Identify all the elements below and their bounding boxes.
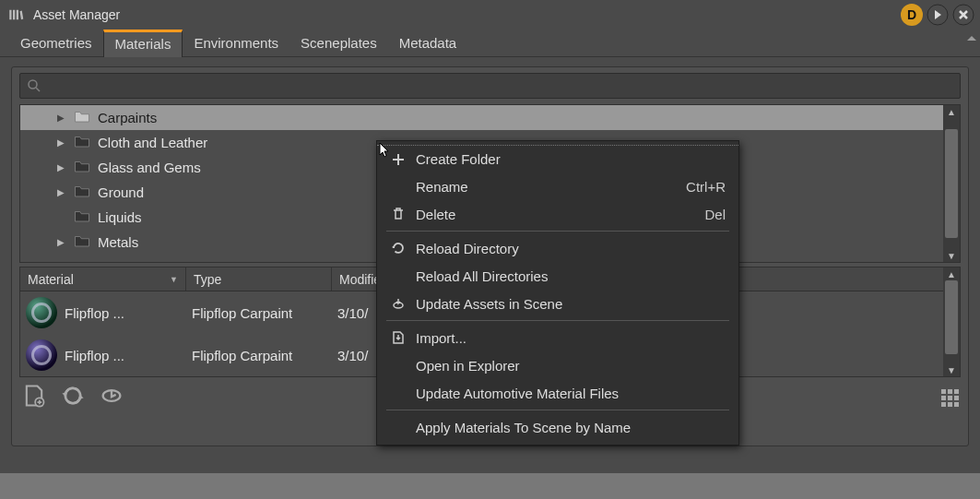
menu-apply-by-name[interactable]: Apply Materials To Scene by Name bbox=[377, 413, 738, 441]
material-name: Flipflop ... bbox=[65, 305, 124, 321]
material-thumbnail bbox=[26, 297, 57, 328]
context-menu: Create Folder Rename Ctrl+R Delete Del R… bbox=[376, 140, 739, 446]
user-badge[interactable]: D bbox=[901, 4, 923, 26]
window-title: Asset Manager bbox=[33, 7, 120, 22]
mouse-cursor-icon bbox=[379, 142, 392, 162]
svg-point-2 bbox=[29, 80, 37, 89]
tab-materials[interactable]: Materials bbox=[103, 30, 183, 57]
material-name: Flipflop ... bbox=[65, 348, 124, 363]
chevron-right-icon: ▶ bbox=[57, 162, 66, 172]
material-thumbnail bbox=[26, 339, 57, 371]
material-type: Flipflop Carpaint bbox=[186, 348, 332, 363]
import-icon bbox=[390, 330, 407, 345]
column-material[interactable]: Material▼ bbox=[20, 267, 186, 291]
menu-open-explorer[interactable]: Open in Explorer bbox=[377, 351, 738, 379]
menu-rename[interactable]: Rename Ctrl+R bbox=[377, 172, 738, 200]
refresh-button[interactable] bbox=[60, 383, 86, 412]
menu-update-automotive[interactable]: Update Automotive Material Files bbox=[377, 379, 738, 407]
asset-manager-window: Asset Manager D Geometries Materials Env… bbox=[0, 0, 980, 473]
folder-icon bbox=[74, 134, 90, 151]
tab-metadata[interactable]: Metadata bbox=[388, 30, 468, 56]
chevron-right-icon: ▶ bbox=[57, 137, 66, 148]
panel-collapse-arrow[interactable] bbox=[965, 33, 978, 42]
menu-reload-all[interactable]: Reload All Directories bbox=[377, 262, 738, 290]
tab-bar: Geometries Materials Environments Scenep… bbox=[0, 30, 980, 57]
folder-icon bbox=[74, 184, 90, 201]
scroll-thumb[interactable] bbox=[945, 129, 958, 238]
column-type[interactable]: Type bbox=[186, 267, 332, 291]
menu-separator bbox=[386, 320, 729, 321]
menu-delete[interactable]: Delete Del bbox=[377, 200, 738, 228]
search-input[interactable] bbox=[19, 73, 961, 99]
menu-create-folder[interactable]: Create Folder bbox=[377, 145, 738, 172]
tree-item-label: Ground bbox=[98, 184, 144, 200]
tab-environments[interactable]: Environments bbox=[183, 30, 289, 56]
tree-item-label: Carpaints bbox=[98, 110, 157, 125]
tab-geometries[interactable]: Geometries bbox=[9, 30, 103, 56]
update-icon bbox=[390, 296, 407, 311]
menu-separator bbox=[386, 410, 729, 410]
plus-icon bbox=[390, 152, 407, 167]
apply-button[interactable] bbox=[99, 383, 124, 412]
menu-accelerator: Ctrl+R bbox=[686, 179, 726, 195]
tree-item[interactable]: ▶ Carpaints bbox=[20, 105, 960, 130]
chevron-right-icon: ▶ bbox=[57, 237, 66, 247]
new-file-button[interactable] bbox=[21, 383, 47, 412]
sort-indicator-icon: ▼ bbox=[170, 275, 178, 284]
material-type: Flipflop Carpaint bbox=[186, 305, 332, 321]
menu-reload-directory[interactable]: Reload Directory bbox=[377, 234, 738, 262]
tree-item-label: Metals bbox=[98, 234, 138, 250]
forward-button[interactable] bbox=[927, 4, 949, 26]
reload-icon bbox=[390, 241, 407, 255]
scroll-down-icon[interactable]: ▼ bbox=[943, 249, 960, 262]
chevron-right-icon: ▶ bbox=[57, 113, 66, 123]
chevron-right-icon: ▶ bbox=[57, 187, 66, 197]
tree-scrollbar[interactable]: ▲ ▼ bbox=[943, 105, 960, 262]
folder-icon bbox=[74, 109, 90, 126]
view-grid-button[interactable] bbox=[941, 389, 959, 407]
scroll-thumb[interactable] bbox=[945, 280, 958, 354]
scroll-up-icon[interactable]: ▲ bbox=[943, 105, 960, 118]
tree-item-label: Liquids bbox=[98, 209, 142, 225]
menu-separator bbox=[386, 231, 729, 232]
menu-update-assets[interactable]: Update Assets in Scene bbox=[377, 290, 738, 317]
app-icon bbox=[6, 5, 26, 25]
search-field[interactable] bbox=[48, 78, 954, 93]
close-button[interactable] bbox=[952, 4, 974, 26]
folder-icon bbox=[74, 159, 90, 176]
scroll-up-icon[interactable]: ▲ bbox=[943, 267, 960, 280]
titlebar: Asset Manager D bbox=[0, 0, 980, 30]
list-scrollbar[interactable]: ▲ ▼ bbox=[943, 267, 960, 376]
tree-item-label: Cloth and Leather bbox=[98, 135, 207, 150]
tab-sceneplates[interactable]: Sceneplates bbox=[289, 30, 388, 56]
search-icon bbox=[26, 77, 42, 94]
trash-icon bbox=[390, 207, 407, 221]
menu-import[interactable]: Import... bbox=[377, 324, 738, 351]
menu-accelerator: Del bbox=[704, 207, 726, 222]
scroll-down-icon[interactable]: ▼ bbox=[943, 363, 960, 376]
folder-icon bbox=[74, 233, 90, 251]
folder-icon bbox=[74, 208, 90, 226]
tree-item-label: Glass and Gems bbox=[98, 160, 201, 175]
